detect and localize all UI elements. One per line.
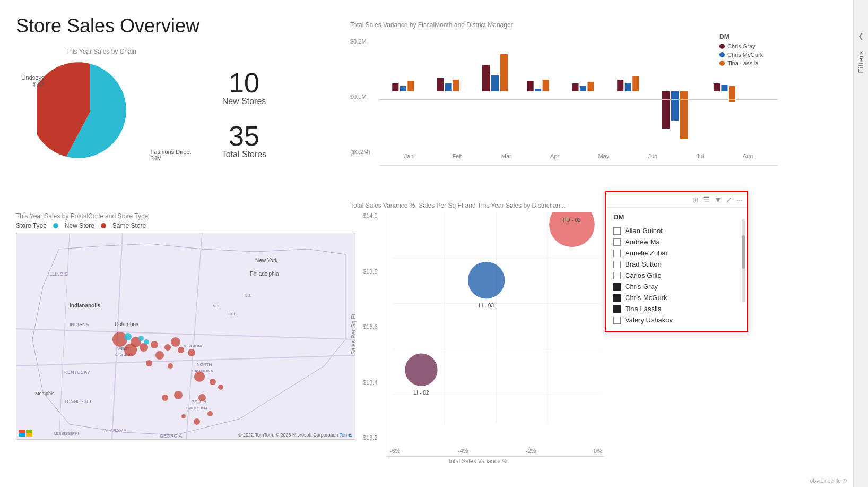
filter-item-4[interactable]: Carlos Grilo <box>613 270 740 281</box>
filter-menu-icon[interactable]: ☰ <box>703 195 710 204</box>
pie-label-lindseys: Lindseys <box>21 74 44 81</box>
x-label-mar: Mar <box>501 153 511 159</box>
pie-value-lindseys: $2M <box>33 81 44 87</box>
svg-rect-11 <box>543 80 549 91</box>
filter-checkbox-6[interactable] <box>613 294 621 302</box>
filter-scrollbar[interactable] <box>742 219 745 302</box>
svg-rect-78 <box>26 430 32 433</box>
svg-point-60 <box>188 349 195 356</box>
y-label-bot: ($0.2M) <box>350 149 379 155</box>
x-label-jun: Jun <box>648 153 657 159</box>
filter-item-8[interactable]: Valery Ushakov <box>613 314 740 326</box>
filter-item-1[interactable]: Andrew Ma <box>613 236 740 247</box>
svg-point-65 <box>210 379 216 385</box>
filter-popup-header: ⊞ ☰ ▼ ⤢ ··· <box>606 192 747 208</box>
filter-item-5[interactable]: Chris Gray <box>613 281 740 292</box>
same-store-dot <box>101 223 106 228</box>
svg-point-91 <box>405 354 437 386</box>
filter-item-7[interactable]: Tina Lassila <box>613 303 740 314</box>
filter-more-icon[interactable]: ··· <box>736 195 743 204</box>
svg-rect-19 <box>671 91 679 121</box>
svg-text:INDIANA: INDIANA <box>70 322 89 327</box>
svg-point-73 <box>124 333 132 340</box>
filter-checkbox-8[interactable] <box>613 317 621 324</box>
svg-text:TENNESSEE: TENNESSEE <box>64 399 93 404</box>
svg-rect-12 <box>572 83 578 91</box>
filter-checkbox-1[interactable] <box>613 238 621 246</box>
svg-point-63 <box>168 363 173 369</box>
new-stores-count: 10 <box>202 69 287 97</box>
svg-rect-16 <box>625 83 631 91</box>
svg-text:MD.: MD. <box>213 304 220 308</box>
total-stores-count: 35 <box>202 122 287 150</box>
y-label-mid: $0.0M <box>350 93 379 100</box>
filter-label-5: Chris Gray <box>625 283 658 291</box>
page-title: Store Sales Overview <box>16 15 199 37</box>
x-label-aug: Aug <box>743 153 753 159</box>
filter-label-2: Annelie Zubar <box>625 249 668 257</box>
svg-rect-13 <box>580 86 586 91</box>
move-icon[interactable]: ⊞ <box>692 195 699 204</box>
filter-item-2[interactable]: Annelie Zubar <box>613 247 740 259</box>
map-container[interactable]: ILLINOIS INDIANA WEST VIRGINIA KENTUCKY … <box>16 233 355 440</box>
bar-chart-bars <box>379 33 778 150</box>
svg-point-66 <box>218 385 223 390</box>
svg-point-71 <box>174 391 183 399</box>
filter-checkbox-3[interactable] <box>613 261 621 268</box>
scatter-area: Sales Per Sq Ft $14.0 $13.8 $13.6 $13.4 … <box>350 212 605 457</box>
filter-item-3[interactable]: Brad Sutton <box>613 259 740 270</box>
filter-checkbox-7[interactable] <box>613 305 621 313</box>
legend-dot-chrisgray <box>719 44 725 49</box>
svg-point-74 <box>138 336 144 341</box>
filter-expand-icon[interactable]: ⤢ <box>726 195 732 204</box>
svg-point-58 <box>171 337 180 347</box>
svg-text:Memphis: Memphis <box>35 391 55 396</box>
filter-funnel-icon[interactable]: ▼ <box>714 195 722 204</box>
scatter-x-tick-2: -2% <box>526 448 536 454</box>
store-type-legend: Store Type New Store Same Store <box>16 222 355 229</box>
store-type-label: Store Type <box>16 222 47 229</box>
svg-rect-1 <box>400 86 406 91</box>
svg-rect-20 <box>680 91 688 139</box>
svg-rect-22 <box>721 85 727 91</box>
pie-value-fashions: $4M <box>151 155 162 161</box>
legend-dot-tinalassila <box>719 61 725 66</box>
filters-tab-label[interactable]: Filters <box>857 50 865 73</box>
svg-text:FD - 02: FD - 02 <box>563 217 581 223</box>
filter-item-0[interactable]: Allan Guinot <box>613 225 740 236</box>
legend-title: DM <box>719 33 778 40</box>
map-svg: ILLINOIS INDIANA WEST VIRGINIA KENTUCKY … <box>16 233 355 440</box>
scatter-x-tick-3: 0% <box>594 448 602 454</box>
new-store-label: New Store <box>65 222 94 229</box>
filter-popup: ⊞ ☰ ▼ ⤢ ··· DM Allan Guinot Andrew Ma An… <box>605 191 748 332</box>
svg-text:N.J.: N.J. <box>245 294 251 297</box>
scatter-svg: FD - 02 LI - 03 LI - 02 <box>387 212 605 440</box>
scatter-x-tick-1: -4% <box>458 448 468 454</box>
filter-scrollbar-thumb[interactable] <box>742 235 745 269</box>
svg-rect-0 <box>392 83 398 91</box>
filter-dm-label: DM <box>613 213 740 221</box>
filter-checkbox-5[interactable] <box>613 283 621 291</box>
map-section: This Year Sales by PostalCode and Store … <box>16 212 355 473</box>
filter-checkbox-0[interactable] <box>613 227 621 235</box>
svg-text:Philadelphia: Philadelphia <box>250 271 279 277</box>
filter-label-4: Carlos Grilo <box>625 271 662 279</box>
filter-checkbox-2[interactable] <box>613 250 621 257</box>
filter-item-6[interactable]: Chris McGurk <box>613 292 740 303</box>
svg-rect-14 <box>587 82 594 91</box>
svg-rect-2 <box>407 81 414 91</box>
svg-rect-21 <box>714 83 720 91</box>
svg-rect-3 <box>437 78 444 91</box>
filter-checkbox-4[interactable] <box>613 272 621 279</box>
svg-point-75 <box>144 339 149 345</box>
svg-rect-18 <box>662 91 670 129</box>
svg-text:New York: New York <box>255 258 278 263</box>
scatter-y-tick-4: $13.2 <box>363 434 387 441</box>
svg-rect-5 <box>453 80 459 91</box>
legend-dot-chrismcgurk <box>719 52 725 57</box>
filter-label-7: Tina Lassila <box>625 305 662 313</box>
filters-tab[interactable]: ❮ Filters <box>853 0 868 487</box>
legend-item-chrisgray: Chris Gray <box>719 43 778 49</box>
svg-rect-23 <box>729 86 735 102</box>
svg-text:MISSISSIPPI: MISSISSIPPI <box>54 431 79 436</box>
